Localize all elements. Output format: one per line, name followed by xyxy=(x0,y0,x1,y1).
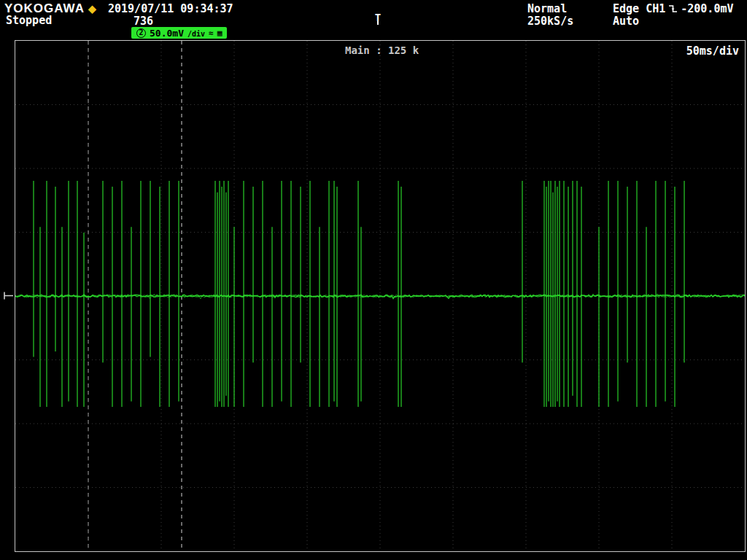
sample-rate-text: 250kS/s xyxy=(527,15,573,28)
channel-number-icon: 2 xyxy=(136,28,146,38)
header-bar: YOKOGAWA ◆ Stopped 2019/07/11 09:34:37 7… xyxy=(0,0,747,40)
trigger-marker-tick xyxy=(377,21,379,25)
record-length-label: Main : 125 k xyxy=(345,44,419,56)
waveform-display: Main : 125 k 50ms/div xyxy=(15,40,746,552)
trigger-settings: Edge CH1 -200.0mV xyxy=(613,2,734,15)
falling-edge-icon xyxy=(668,4,678,14)
timebase-label: 50ms/div xyxy=(686,44,739,58)
trigger-coupling-text: Auto xyxy=(613,15,639,28)
datetime-text: 2019/07/11 09:34:37 xyxy=(108,2,233,15)
acquisition-status: Stopped xyxy=(6,14,52,27)
channel-perdiv-text: /div xyxy=(187,30,205,39)
coupling-icon: ≈ xyxy=(209,29,214,37)
pattern-icon: ▦ xyxy=(217,29,222,37)
channel2-badge: 2 50.0mV /div ≈ ▦ xyxy=(131,27,227,39)
acquisition-count: 736 xyxy=(133,15,153,28)
trigger-mode-text: Normal xyxy=(527,2,567,15)
channel-scale-text: 50.0mV xyxy=(150,28,184,39)
trigger-position-marker: T xyxy=(373,12,383,25)
trigger-level-text: -200.0mV xyxy=(681,2,733,15)
brand-diamond-icon: ◆ xyxy=(88,4,97,14)
ground-marker-icon xyxy=(3,291,14,300)
waveform-canvas xyxy=(15,41,745,551)
trigger-source-text: Edge CH1 xyxy=(613,2,665,15)
